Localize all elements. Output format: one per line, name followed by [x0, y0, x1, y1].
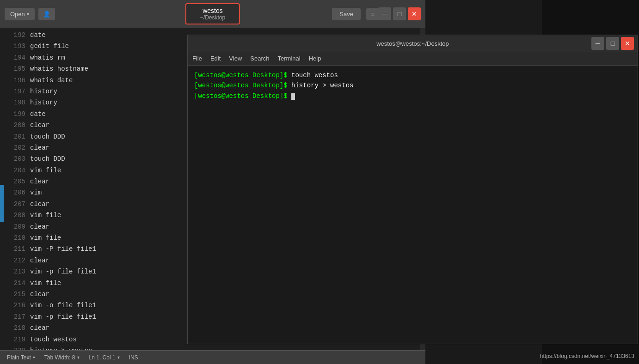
line-number: 213 [5, 267, 25, 277]
terminal-line: [westos@westos Desktop]$ history > westo… [194, 80, 631, 91]
terminal-menubar: FileEditViewSearchTerminalHelp [188, 52, 638, 66]
line-number: 200 [5, 120, 25, 130]
line-number: 198 [5, 97, 25, 108]
plain-text-label: Plain Text [7, 354, 31, 361]
line-content: touch westos [30, 334, 77, 345]
line-content: clear [30, 199, 49, 209]
line-number: 217 [5, 312, 25, 322]
tab-width-status[interactable]: Tab Width: 8 ▾ [44, 354, 80, 361]
menu-item-search[interactable]: Search [250, 55, 269, 62]
line-content: clear [30, 255, 49, 266]
line-number: 212 [5, 255, 25, 266]
menu-item-edit[interactable]: Edit [210, 55, 221, 62]
line-content: whatis hostname [30, 64, 88, 74]
line-content: date [30, 109, 46, 119]
contact-button[interactable]: 👤 [38, 8, 55, 20]
line-content: gedit file [30, 41, 69, 51]
tab-subtitle: ~/Desktop [200, 14, 225, 21]
save-button[interactable]: Save [332, 8, 361, 20]
line-number: 215 [5, 289, 25, 299]
terminal-line: [westos@westos Desktop]$ touch westos [194, 70, 631, 80]
open-button[interactable]: Open ▾ [5, 8, 35, 20]
position-arrow: ▾ [117, 355, 120, 360]
terminal-window-controls: ─ □ ✕ [591, 37, 634, 50]
line-content: history [30, 97, 57, 108]
line-content: vim [30, 188, 42, 198]
line-content: vim file [30, 233, 61, 243]
line-number: 204 [5, 165, 25, 176]
terminal-prompt: [westos@westos Desktop]$ [194, 72, 291, 79]
terminal-body[interactable]: [westos@westos Desktop]$ touch westos[we… [188, 66, 638, 344]
maximize-button[interactable]: □ [393, 7, 406, 20]
line-number: 202 [5, 143, 25, 153]
position-label: Ln 1, Col 1 [89, 354, 116, 361]
gedit-statusbar: Plain Text ▾ Tab Width: 8 ▾ Ln 1, Col 1 … [0, 350, 425, 364]
ins-status: INS [129, 354, 138, 361]
position-status[interactable]: Ln 1, Col 1 ▾ [89, 354, 120, 361]
line-content: vim file [30, 210, 61, 220]
open-label: Open [10, 11, 25, 18]
line-content: vim file [30, 165, 61, 176]
gedit-window-controls: ─ □ ✕ [378, 7, 421, 20]
line-number: 220 [5, 346, 25, 350]
line-content: vim -P file file1 [30, 244, 96, 254]
terminal-minimize-button[interactable]: ─ [591, 37, 604, 50]
terminal-title: westos@westos:~/Desktop [376, 40, 449, 47]
line-number: 208 [5, 210, 25, 220]
terminal-cursor [291, 93, 295, 100]
menu-item-help[interactable]: Help [309, 55, 321, 62]
line-content: clear [30, 323, 49, 333]
line-number: 203 [5, 154, 25, 164]
line-number: 218 [5, 323, 25, 333]
plain-text-status[interactable]: Plain Text ▾ [7, 354, 35, 361]
line-content: vim file [30, 278, 61, 288]
line-number: 193 [5, 41, 25, 51]
line-number: 206 [5, 188, 25, 198]
line-number: 219 [5, 334, 25, 345]
minimize-button[interactable]: ─ [378, 7, 391, 20]
gedit-titlebar: Open ▾ 👤 westos ~/Desktop Save ≡ ─ □ ✕ [0, 0, 425, 28]
line-number: 201 [5, 132, 25, 142]
line-content: whatis rm [30, 53, 65, 63]
line-content: vim -o file file1 [30, 300, 96, 310]
gedit-tab[interactable]: westos ~/Desktop [185, 3, 240, 24]
line-number: 197 [5, 86, 25, 97]
menu-item-view[interactable]: View [229, 55, 242, 62]
terminal-command: history > westos [291, 82, 353, 89]
line-number: 207 [5, 199, 25, 209]
line-number: 199 [5, 109, 25, 119]
terminal-line: [westos@westos Desktop]$ [194, 91, 631, 101]
line-number: 196 [5, 75, 25, 85]
terminal-close-button[interactable]: ✕ [621, 37, 634, 50]
contact-icon: 👤 [43, 11, 50, 18]
terminal-window: westos@westos:~/Desktop ─ □ ✕ FileEditVi… [187, 35, 638, 344]
plain-text-arrow: ▾ [33, 355, 35, 360]
sidebar-indicator [0, 185, 4, 222]
csdn-url: https://blog.csdn.net/weixin_47133613 [540, 353, 634, 359]
terminal-prompt: [westos@westos Desktop]$ [194, 82, 291, 89]
table-row: 220history > westos [0, 345, 425, 350]
terminal-prompt: [westos@westos Desktop]$ [194, 92, 291, 100]
line-content: touch DDD [30, 132, 65, 142]
line-number: 194 [5, 53, 25, 63]
line-number: 209 [5, 222, 25, 232]
line-number: 214 [5, 278, 25, 288]
menu-item-file[interactable]: File [192, 55, 202, 62]
terminal-maximize-button[interactable]: □ [606, 37, 619, 50]
tab-width-label: Tab Width: 8 [44, 354, 75, 361]
line-content: clear [30, 289, 49, 299]
line-content: vim -p file file1 [30, 312, 96, 322]
line-content: vim -p file file1 [30, 267, 96, 277]
menu-item-terminal[interactable]: Terminal [278, 55, 301, 62]
line-content: clear [30, 120, 49, 130]
open-arrow: ▾ [27, 12, 29, 17]
terminal-command: touch westos [291, 72, 338, 79]
tab-title: westos [200, 7, 225, 14]
line-content: clear [30, 143, 49, 153]
tab-width-arrow: ▾ [77, 355, 80, 360]
menu-button[interactable]: ≡ [366, 8, 379, 20]
line-content: date [30, 30, 46, 40]
line-number: 195 [5, 64, 25, 74]
line-number: 210 [5, 233, 25, 243]
close-button[interactable]: ✕ [408, 7, 421, 20]
